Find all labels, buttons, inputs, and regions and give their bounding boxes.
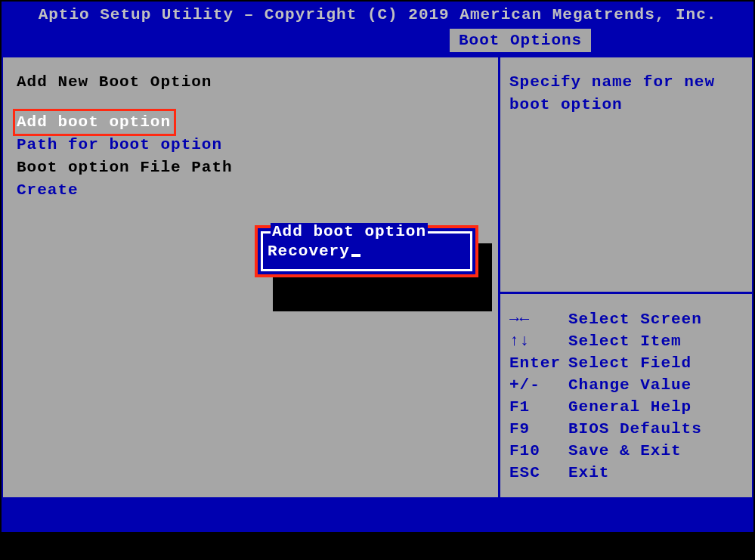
bottom-cap	[2, 532, 753, 560]
key-action: Exit	[568, 462, 609, 484]
key-row: F10Save & Exit	[509, 440, 743, 462]
key-row: +/-Change Value	[509, 374, 743, 396]
key-label: +/-	[509, 374, 568, 396]
menu-path-for-boot-option[interactable]: Path for boot option	[17, 134, 492, 156]
key-action: Save & Exit	[568, 440, 682, 462]
key-action: General Help	[568, 396, 692, 418]
help-line-2: boot option	[509, 94, 743, 116]
header-title: Aptio Setup Utility – Copyright (C) 2019…	[2, 2, 753, 23]
popup-highlight: Add boot option Recovery	[255, 225, 478, 277]
key-action: BIOS Defaults	[568, 418, 702, 440]
key-label: F10	[509, 440, 568, 462]
popup-text: Recovery	[268, 243, 350, 260]
menu-create[interactable]: Create	[17, 179, 492, 202]
menu-boot-option-file-path: Boot option File Path	[17, 156, 492, 179]
key-label: ESC	[509, 462, 568, 484]
key-row: ESCExit	[509, 462, 743, 484]
menu-heading: Add New Boot Option	[17, 71, 492, 94]
help-line-1: Specify name for new	[509, 71, 743, 94]
key-row: ↑↓Select Item	[509, 330, 743, 352]
menu-pane: Add New Boot Option Add boot option Path…	[2, 57, 500, 497]
help-upper: Specify name for new boot option	[509, 71, 743, 292]
help-pane: Specify name for new boot option →←Selec…	[500, 57, 753, 497]
key-hints: →←Select Screen ↑↓Select Item EnterSelec…	[509, 308, 743, 491]
key-row: F9BIOS Defaults	[509, 418, 743, 440]
text-cursor-icon	[351, 254, 360, 257]
key-label: F1	[509, 396, 568, 418]
bios-screen: Aptio Setup Utility – Copyright (C) 2019…	[0, 0, 755, 560]
key-action: Select Field	[568, 352, 692, 374]
popup-title: Add boot option	[271, 223, 428, 240]
key-label: →←	[509, 308, 568, 330]
tab-boot-options[interactable]: Boot Options	[450, 29, 591, 52]
key-row: F1General Help	[509, 396, 743, 418]
key-row: EnterSelect Field	[509, 352, 743, 374]
menu-add-boot-option[interactable]: Add boot option	[13, 109, 176, 136]
key-label: F9	[509, 418, 568, 440]
key-action: Change Value	[568, 374, 692, 396]
key-label: Enter	[509, 352, 568, 374]
main-area: Add New Boot Option Add boot option Path…	[2, 57, 753, 499]
key-action: Select Screen	[568, 308, 702, 330]
key-label: ↑↓	[509, 330, 568, 352]
input-popup[interactable]: Add boot option Recovery	[261, 231, 472, 271]
popup-container: Add boot option Recovery	[255, 225, 478, 277]
key-action: Select Item	[568, 330, 682, 352]
footer-bar	[2, 499, 753, 532]
header-bar: Aptio Setup Utility – Copyright (C) 2019…	[2, 2, 753, 57]
key-row: →←Select Screen	[509, 308, 743, 330]
help-separator	[500, 292, 752, 294]
popup-input-value[interactable]: Recovery	[268, 243, 466, 260]
